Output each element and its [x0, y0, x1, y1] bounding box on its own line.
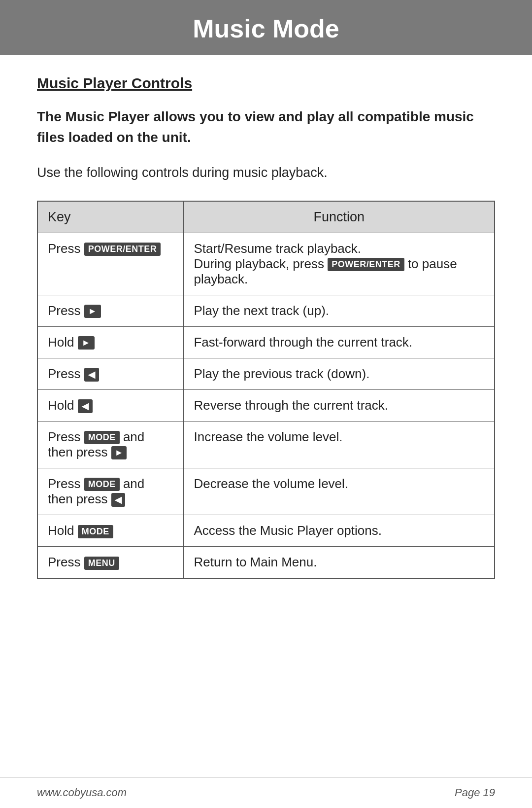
key-badge-arrow: ◀: [111, 493, 125, 507]
table-row: Press MODE andthen press ◀Decrease the v…: [37, 468, 495, 515]
table-cell-function: Reverse through the current track.: [184, 389, 495, 421]
page-title: Music Mode: [30, 14, 502, 43]
table-cell-function: Play the next track (up).: [184, 295, 495, 326]
table-row: Press MENUReturn to Main Menu.: [37, 546, 495, 578]
key-prefix: Press: [48, 555, 84, 569]
table-cell-key: Hold MODE: [37, 515, 184, 546]
table-cell-key: Press ◀: [37, 358, 184, 389]
table-cell-key: Press POWER/ENTER: [37, 233, 184, 295]
main-content: Music Player Controls The Music Player a…: [0, 55, 532, 638]
key-prefix: Hold: [48, 335, 78, 350]
key-badge: ◀: [84, 368, 100, 382]
table-cell-function: Start/Resume track playback.During playb…: [184, 233, 495, 295]
page-footer: www.cobyusa.com Page 19: [0, 777, 532, 808]
table-cell-key: Press MENU: [37, 546, 184, 578]
controls-intro: Use the following controls during music …: [37, 163, 495, 183]
table-row: Hold ◀Reverse through the current track.: [37, 389, 495, 421]
table-header-row: Key Function: [37, 201, 495, 233]
key-badge: MENU: [84, 557, 119, 570]
table-cell-function: Increase the volume level.: [184, 421, 495, 468]
table-row: Press ◀Play the previous track (down).: [37, 358, 495, 389]
table-cell-key: Press MODE andthen press ◀: [37, 468, 184, 515]
table-cell-function: Play the previous track (down).: [184, 358, 495, 389]
table-cell-function: Decrease the volume level.: [184, 468, 495, 515]
table-cell-key: Press ►: [37, 295, 184, 326]
key-prefix: Press: [48, 429, 84, 444]
key-badge: ►: [84, 305, 101, 318]
table-cell-function: Access the Music Player options.: [184, 515, 495, 546]
key-prefix: Press: [48, 476, 84, 491]
key-prefix: Press: [48, 303, 84, 318]
table-cell-key: Press MODE andthen press ►: [37, 421, 184, 468]
controls-table: Key Function Press POWER/ENTERStart/Resu…: [37, 201, 495, 579]
table-cell-key: Hold ◀: [37, 389, 184, 421]
table-row: Press ►Play the next track (up).: [37, 295, 495, 326]
power-enter-badge-func: POWER/ENTER: [328, 258, 404, 271]
page-header: Music Mode: [0, 0, 532, 55]
table-cell-key: Hold ►: [37, 326, 184, 358]
key-badge: MODE: [78, 525, 113, 538]
col-key-header: Key: [37, 201, 184, 233]
key-prefix: Press: [48, 241, 84, 256]
table-row: Hold MODEAccess the Music Player options…: [37, 515, 495, 546]
key-prefix: Press: [48, 366, 84, 381]
table-row: Press POWER/ENTERStart/Resume track play…: [37, 233, 495, 295]
key-prefix: Hold: [48, 398, 78, 413]
key-badge: ◀: [78, 399, 93, 413]
key-badge: POWER/ENTER: [84, 243, 161, 256]
footer-page: Page 19: [455, 786, 495, 799]
key-badge: ►: [78, 336, 95, 350]
key-prefix: Hold: [48, 523, 78, 538]
table-cell-function: Fast-forward through the current track.: [184, 326, 495, 358]
table-row: Hold ►Fast-forward through the current t…: [37, 326, 495, 358]
table-cell-function: Return to Main Menu.: [184, 546, 495, 578]
key-badge: MODE: [84, 431, 120, 444]
footer-url: www.cobyusa.com: [37, 786, 127, 799]
table-row: Press MODE andthen press ►Increase the v…: [37, 421, 495, 468]
section-heading: Music Player Controls: [37, 75, 495, 92]
col-function-header: Function: [184, 201, 495, 233]
key-badge: MODE: [84, 478, 120, 491]
key-badge-arrow: ►: [111, 446, 127, 459]
intro-text: The Music Player allows you to view and …: [37, 106, 495, 148]
